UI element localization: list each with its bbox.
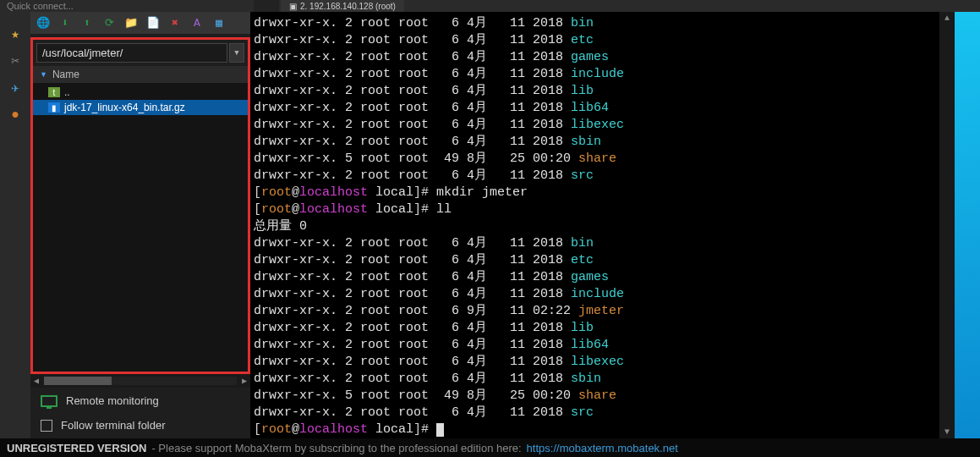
- refresh-icon[interactable]: ⟳: [100, 14, 118, 31]
- follow-terminal-checkbox[interactable]: Follow terminal folder: [41, 419, 240, 432]
- parent-dir-icon: t: [48, 87, 60, 97]
- app-icon[interactable]: ▦: [210, 14, 228, 31]
- side-footer: Remote monitoring Follow terminal folder: [30, 388, 250, 438]
- send-icon[interactable]: ✈: [7, 80, 24, 96]
- tools-icon[interactable]: ✂: [7, 52, 24, 69]
- left-gutter: ★ ✂ ✈ ●: [0, 12, 30, 438]
- support-text: - Please support MobaXterm by subscribin…: [151, 442, 521, 454]
- checkbox-icon: [41, 420, 52, 432]
- folder-icon[interactable]: 📁: [122, 14, 140, 31]
- tab-strip: ▣ 2. 192.168.140.128 (root): [254, 0, 404, 12]
- status-bar: UNREGISTERED VERSION - Please support Mo…: [0, 438, 980, 457]
- terminal-scrollbar[interactable]: ▲ ▼: [939, 12, 955, 438]
- file-list-header[interactable]: ▼ Name: [33, 66, 248, 83]
- file-browser-highlight: ▼ ▼ Name t .. ▮ jdk-17_linux-x64_bin.tar…: [30, 37, 250, 374]
- upload-icon[interactable]: ⬆: [78, 14, 96, 31]
- file-list: t .. ▮ jdk-17_linux-x64_bin.tar.gz: [33, 83, 248, 372]
- remote-monitoring-label: Remote monitoring: [66, 394, 159, 407]
- monitor-icon: [41, 395, 57, 407]
- delete-icon[interactable]: ✖: [166, 14, 184, 31]
- scroll-up-icon[interactable]: ▲: [939, 14, 955, 23]
- path-row: ▼: [33, 40, 248, 66]
- scroll-right-icon[interactable]: ▶: [242, 376, 247, 386]
- main-area: ★ ✂ ✈ ● 🌐 ⬇ ⬆ ⟳ 📁 📄 ✖ A ▦ ▼ ▼ Name: [0, 12, 980, 438]
- unregistered-label: UNREGISTERED VERSION: [7, 442, 146, 454]
- path-dropdown[interactable]: ▼: [229, 43, 244, 63]
- font-icon[interactable]: A: [188, 14, 206, 31]
- desktop-edge: [955, 12, 980, 438]
- star-icon[interactable]: ★: [7, 25, 24, 42]
- column-name-label: Name: [52, 69, 79, 80]
- sftp-toolbar: 🌐 ⬇ ⬆ ⟳ 📁 📄 ✖ A ▦: [30, 12, 250, 34]
- tab-session[interactable]: ▣ 2. 192.168.140.128 (root): [281, 0, 404, 12]
- quick-connect-bar: Quick connect...: [0, 0, 980, 12]
- sort-arrow-icon: ▼: [40, 70, 47, 79]
- file-row-selected[interactable]: ▮ jdk-17_linux-x64_bin.tar.gz: [33, 100, 248, 115]
- copy-icon[interactable]: 📄: [144, 14, 162, 31]
- sftp-panel: 🌐 ⬇ ⬆ ⟳ 📁 📄 ✖ A ▦ ▼ ▼ Name t ..: [30, 12, 250, 438]
- mobaxterm-link[interactable]: https://mobaxterm.mobatek.net: [527, 442, 678, 454]
- scroll-track[interactable]: [44, 377, 237, 385]
- file-row-parent[interactable]: t ..: [33, 85, 248, 100]
- download-icon[interactable]: ⬇: [56, 14, 74, 31]
- file-name: jdk-17_linux-x64_bin.tar.gz: [64, 102, 185, 113]
- record-icon[interactable]: ●: [7, 107, 24, 124]
- h-scrollbar[interactable]: ◀ ▶: [30, 374, 250, 388]
- tab-home[interactable]: [254, 0, 279, 12]
- follow-terminal-label: Follow terminal folder: [61, 419, 166, 432]
- scroll-left-icon[interactable]: ◀: [34, 376, 39, 386]
- archive-icon: ▮: [48, 102, 60, 113]
- file-name: ..: [64, 86, 70, 98]
- remote-monitoring-button[interactable]: Remote monitoring: [41, 394, 240, 407]
- terminal-wrap: drwxr-xr-x. 2 root root 6 4月 11 2018 bin…: [250, 12, 980, 438]
- quick-connect-label: Quick connect...: [7, 1, 74, 11]
- terminal-output[interactable]: drwxr-xr-x. 2 root root 6 4月 11 2018 bin…: [250, 12, 939, 438]
- terminal-icon: ▣: [289, 2, 297, 11]
- globe-icon[interactable]: 🌐: [34, 14, 52, 31]
- scroll-down-icon[interactable]: ▼: [939, 427, 955, 437]
- scroll-thumb[interactable]: [44, 377, 112, 385]
- path-input[interactable]: [36, 43, 227, 63]
- tab-label: 2. 192.168.140.128 (root): [300, 2, 396, 11]
